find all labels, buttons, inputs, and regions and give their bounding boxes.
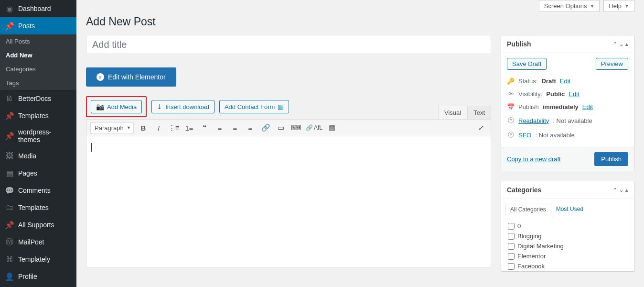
link-button[interactable]: 🔗 xyxy=(260,122,271,133)
category-item[interactable]: Facebook xyxy=(508,261,627,271)
sidebar-sub-tags[interactable]: Tags xyxy=(0,76,76,90)
add-media-button[interactable]: 📷 Add Media xyxy=(91,100,142,113)
save-draft-button[interactable]: Save Draft xyxy=(507,58,547,70)
sidebar-item-comments[interactable]: 💬Comments xyxy=(0,182,76,199)
yoast-icon: Ⓨ xyxy=(507,116,515,125)
afl-button[interactable]: 🔗AfL xyxy=(306,124,322,131)
yoast-icon: Ⓨ xyxy=(507,131,515,139)
sidebar-item-wp-themes[interactable]: 📌wordpress-themes xyxy=(0,124,76,147)
templately-icon: ⌘ xyxy=(5,254,14,264)
align-right-button[interactable]: ≡ xyxy=(245,122,256,133)
sidebar-label: Dashboard xyxy=(18,5,51,12)
category-item[interactable]: Blogging xyxy=(508,231,627,241)
publish-button[interactable]: Publish xyxy=(594,152,628,166)
category-checkbox[interactable] xyxy=(508,233,515,240)
italic-button[interactable]: I xyxy=(153,122,164,133)
download-icon: ⤓ xyxy=(157,103,162,110)
metabox-up-icon[interactable]: ⌃ xyxy=(613,41,617,47)
numbered-list-button[interactable]: 1≡ xyxy=(183,122,195,133)
elementor-icon: ≡ xyxy=(97,73,104,81)
post-title-input[interactable] xyxy=(86,35,491,54)
format-select[interactable]: Paragraph xyxy=(90,122,134,133)
help-button[interactable]: Help▼ xyxy=(603,0,634,12)
calendar-icon: 📅 xyxy=(507,103,515,110)
sidebar-label: Templates xyxy=(18,204,49,211)
preview-button[interactable]: Preview xyxy=(596,58,628,70)
sidebar-item-posts[interactable]: 📌 Posts xyxy=(0,17,76,34)
publish-title: Publish xyxy=(507,40,531,48)
categories-tab-most-used[interactable]: Most Used xyxy=(551,203,588,216)
category-checkbox[interactable] xyxy=(508,253,515,260)
categories-list[interactable]: 0 Blogging Digital Marketing Elementor F… xyxy=(505,216,630,271)
metabox-up-icon[interactable]: ⌃ xyxy=(613,187,617,193)
metabox-down-icon[interactable]: ⌄ xyxy=(619,187,623,193)
sidebar-item-templates2[interactable]: 🗂Templates xyxy=(0,199,76,216)
edit-publish-link[interactable]: Edit xyxy=(582,103,593,110)
sidebar-label: All Supports xyxy=(18,221,54,229)
editor-tab-text[interactable]: Text xyxy=(467,106,491,119)
category-item[interactable]: Digital Marketing xyxy=(508,241,627,251)
add-media-highlight: 📷 Add Media xyxy=(86,96,147,117)
sidebar-label: MailPoet xyxy=(18,238,44,246)
sidebar-item-dashboard[interactable]: ◉ Dashboard xyxy=(0,0,76,17)
mailpoet-icon: Ⓜ xyxy=(5,237,14,247)
screen-options-button[interactable]: Screen Options▼ xyxy=(539,0,600,12)
categories-title: Categories xyxy=(507,186,541,194)
editor-content[interactable] xyxy=(86,136,491,267)
sidebar-label: Posts xyxy=(18,22,35,30)
metabox-toggle-icon[interactable]: ▴ xyxy=(625,187,628,193)
sidebar-item-templates[interactable]: 📌Templates xyxy=(0,107,76,124)
sidebar-item-templately[interactable]: ⌘Templately xyxy=(0,251,76,268)
sidebar-item-media[interactable]: 🖼Media xyxy=(0,147,76,165)
sidebar-sub-categories[interactable]: Categories xyxy=(0,62,76,76)
read-more-button[interactable]: ▭ xyxy=(275,122,287,133)
sidebar-item-mailpoet[interactable]: ⓂMailPoet xyxy=(0,233,76,251)
sidebar-label: Profile xyxy=(18,273,37,280)
category-checkbox[interactable] xyxy=(508,223,515,230)
sidebar-item-pages[interactable]: ▤Pages xyxy=(0,165,76,182)
toolbar-toggle-button[interactable]: ▦ xyxy=(326,122,338,133)
categories-tab-all[interactable]: All Categories xyxy=(505,203,551,216)
admin-sidebar: ◉ Dashboard 📌 Posts All Posts Add New Ca… xyxy=(0,0,76,287)
category-checkbox[interactable] xyxy=(508,263,515,270)
keyboard-button[interactable]: ⌨ xyxy=(290,122,302,133)
category-item[interactable]: 0 xyxy=(508,221,627,231)
seo-link[interactable]: SEO xyxy=(518,132,531,139)
pin-icon: 📌 xyxy=(5,220,14,230)
align-center-button[interactable]: ≡ xyxy=(229,122,241,133)
metabox-down-icon[interactable]: ⌄ xyxy=(619,41,623,47)
blockquote-button[interactable]: ❝ xyxy=(199,122,210,133)
sidebar-label: Templately xyxy=(18,255,50,263)
copy-to-new-draft-link[interactable]: Copy to a new draft xyxy=(507,155,561,163)
sidebar-label: BetterDocs xyxy=(18,95,51,102)
publish-metabox: Publish ⌃ ⌄ ▴ Save Draft Preview xyxy=(501,35,634,171)
sidebar-label: Pages xyxy=(18,169,37,177)
add-contact-form-button[interactable]: Add Contact Form ▦ xyxy=(219,100,290,113)
sidebar-sub-add-new[interactable]: Add New xyxy=(0,48,76,62)
sidebar-item-all-supports[interactable]: 📌All Supports xyxy=(0,216,76,233)
pin-icon: 📌 xyxy=(5,111,14,121)
sidebar-item-profile[interactable]: 👤Profile xyxy=(0,268,76,285)
camera-icon: 📷 xyxy=(96,103,104,110)
user-icon: 👤 xyxy=(5,272,14,281)
category-checkbox[interactable] xyxy=(508,243,515,250)
comment-icon: 💬 xyxy=(5,186,14,195)
editor-tab-visual[interactable]: Visual xyxy=(438,106,467,119)
form-icon: ▦ xyxy=(278,103,284,110)
category-item[interactable]: Elementor xyxy=(508,251,627,261)
edit-with-elementor-button[interactable]: ≡ Edit with Elementor xyxy=(86,67,176,87)
bold-button[interactable]: B xyxy=(138,122,149,133)
insert-download-button[interactable]: ⤓ Insert download xyxy=(151,100,215,113)
media-icon: 🖼 xyxy=(5,151,14,161)
text-cursor xyxy=(91,143,92,152)
edit-status-link[interactable]: Edit xyxy=(560,77,570,85)
metabox-toggle-icon[interactable]: ▴ xyxy=(625,41,628,47)
fullscreen-button[interactable]: ⤢ xyxy=(475,122,487,133)
sidebar-item-betterdocs[interactable]: 🗎BetterDocs xyxy=(0,90,76,107)
align-left-button[interactable]: ≡ xyxy=(214,122,225,133)
page-icon: ▤ xyxy=(5,168,14,178)
sidebar-sub-all-posts[interactable]: All Posts xyxy=(0,34,76,48)
bulleted-list-button[interactable]: ⋮≡ xyxy=(168,122,180,133)
readability-link[interactable]: Readability xyxy=(518,117,549,124)
edit-visibility-link[interactable]: Edit xyxy=(569,90,579,98)
